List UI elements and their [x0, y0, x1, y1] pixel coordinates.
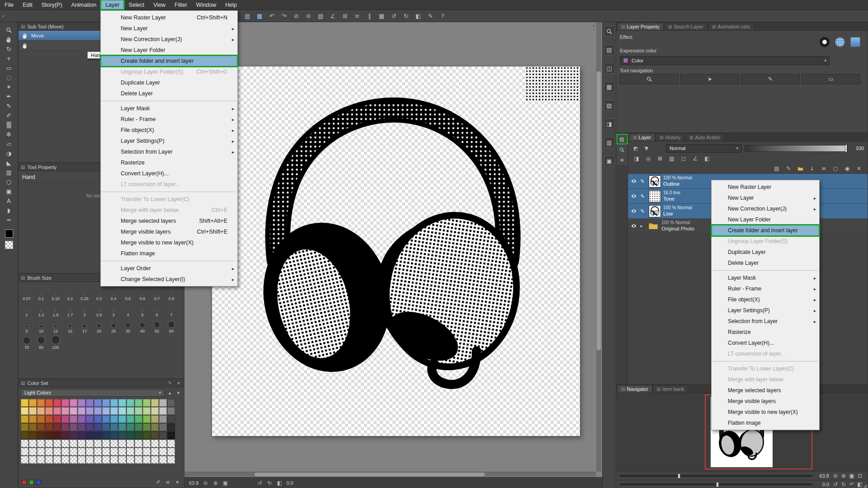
color-swatch-empty[interactable]: [53, 456, 61, 464]
mesh-transform-icon[interactable]: ⊞: [340, 11, 349, 20]
color-swatch-empty[interactable]: [143, 448, 151, 455]
color-swatch-empty[interactable]: [102, 456, 110, 464]
brush-size-option[interactable]: 40: [135, 318, 150, 334]
visibility-eye-icon[interactable]: [629, 178, 638, 184]
color-swatch[interactable]: [135, 415, 142, 423]
menu-item-file-object-x[interactable]: File object(X)▸: [712, 294, 819, 305]
menu-item-rasterize[interactable]: Rasterize: [101, 157, 237, 168]
opacity-slider[interactable]: [745, 145, 848, 152]
color-swatch-empty[interactable]: [151, 456, 159, 464]
menu-item-new-layer[interactable]: New Layer▸: [101, 23, 237, 34]
color-swatch-empty[interactable]: [94, 448, 102, 455]
redo-icon[interactable]: ↷: [279, 11, 288, 20]
menu-item-new-raster-layer[interactable]: New Raster Layer: [712, 182, 819, 192]
color-swatch[interactable]: [53, 423, 61, 431]
color-swatch-empty[interactable]: [110, 440, 118, 447]
move-tool-icon[interactable]: +: [3, 54, 15, 63]
brush-size-option[interactable]: 8: [19, 318, 34, 334]
tab-layer-property[interactable]: ▤Layer Property: [617, 23, 664, 30]
color-swatch[interactable]: [151, 399, 159, 407]
menu-item-new-layer[interactable]: New Layer▸: [712, 192, 819, 203]
expression-color-dropdown[interactable]: Color ▾: [620, 56, 830, 65]
line-correction-tool-icon[interactable]: ≈: [3, 216, 15, 224]
menu-item-layer-mask[interactable]: Layer Mask▸: [712, 272, 819, 283]
color-swatch[interactable]: [37, 407, 45, 415]
menu-item-flatten-image[interactable]: Flatten image: [712, 418, 819, 428]
color-swatch[interactable]: [78, 399, 85, 407]
blue-chip[interactable]: [36, 480, 41, 485]
color-swatch-empty[interactable]: [167, 440, 175, 447]
pen-pressure-icon[interactable]: ✎: [426, 11, 435, 20]
color-swatch[interactable]: [78, 415, 85, 423]
quick-access-panel-icon[interactable]: ▤: [604, 44, 615, 55]
navigator-zoom-slider[interactable]: [620, 475, 812, 477]
color-swatch-empty[interactable]: [61, 448, 69, 455]
blend-tool-icon[interactable]: ◑: [3, 149, 15, 158]
color-swatch[interactable]: [37, 399, 45, 407]
transfer-down-icon[interactable]: ↓: [807, 164, 817, 173]
color-swatch-empty[interactable]: [61, 440, 69, 447]
color-swatch-empty[interactable]: [143, 440, 151, 447]
color-swatch[interactable]: [135, 399, 142, 407]
color-set-prev-icon[interactable]: ▴: [166, 390, 173, 396]
color-swatch[interactable]: [127, 399, 134, 407]
color-swatch-empty[interactable]: [118, 448, 126, 455]
menubar-item-animation[interactable]: Animation: [67, 0, 101, 9]
menubar-item-file[interactable]: File: [0, 0, 18, 9]
tab-navigator[interactable]: ▤Navigator: [617, 385, 652, 393]
menu-item-merge-visible-layers[interactable]: Merge visible layersCtrl+Shift+E: [101, 226, 237, 237]
information-panel-icon[interactable]: ▧: [604, 100, 615, 111]
tab-history[interactable]: ▤History: [656, 133, 685, 141]
color-swatch-empty[interactable]: [135, 448, 142, 455]
color-swatch[interactable]: [110, 399, 118, 407]
color-swatch[interactable]: [110, 432, 118, 439]
color-swatch[interactable]: [37, 432, 45, 439]
fill-tool-icon[interactable]: ◣: [3, 159, 15, 167]
color-swatch[interactable]: [29, 432, 37, 439]
color-swatch[interactable]: [61, 423, 69, 431]
tool-nav-select-button[interactable]: ▭: [802, 74, 860, 84]
color-swatch[interactable]: [29, 407, 37, 415]
create-mask-icon[interactable]: ○: [830, 164, 840, 173]
rotate-left-icon[interactable]: ↺: [831, 481, 840, 488]
main-color-swatch[interactable]: [5, 230, 13, 238]
hand-tool-icon[interactable]: [3, 35, 15, 44]
color-swatch[interactable]: [135, 423, 142, 431]
color-swatch[interactable]: [167, 415, 175, 423]
gradient-tool-icon[interactable]: ▥: [3, 168, 15, 177]
menu-item-create-folder-and-insert-layer[interactable]: Create folder and insert layer: [712, 225, 819, 236]
color-swatch-empty[interactable]: [53, 448, 61, 455]
brush-size-option[interactable]: 17: [77, 318, 92, 334]
brush-size-option[interactable]: 0.4: [106, 286, 121, 302]
color-swatch[interactable]: [118, 399, 126, 407]
color-swatch-empty[interactable]: [78, 440, 85, 447]
color-swatch[interactable]: [86, 432, 94, 439]
menu-item-new-raster-layer[interactable]: New Raster LayerCtrl+Shift+N: [101, 12, 237, 23]
palette-dock-icon[interactable]: ▤: [617, 135, 627, 144]
color-swatch-empty[interactable]: [45, 448, 53, 455]
color-swatch-empty[interactable]: [86, 440, 94, 447]
menubar-item-edit[interactable]: Edit: [18, 0, 37, 9]
color-swatch[interactable]: [78, 432, 85, 439]
lock-transparent-icon[interactable]: ▨: [667, 155, 677, 163]
color-swatch[interactable]: [45, 407, 53, 415]
color-swatch-empty[interactable]: [167, 448, 175, 455]
color-swatch-empty[interactable]: [94, 456, 102, 464]
color-swatch[interactable]: [118, 407, 126, 415]
color-swatch-empty[interactable]: [29, 456, 37, 464]
brush-size-option[interactable]: 100: [48, 334, 63, 351]
panel-menu-icon[interactable]: ▤: [21, 24, 25, 29]
workspace-panel-icon[interactable]: ▥: [604, 137, 615, 148]
scrollbar-thumb[interactable]: [597, 71, 601, 350]
color-swatch-empty[interactable]: [151, 440, 159, 447]
color-mixer-icon[interactable]: ≡: [164, 479, 171, 485]
color-swatch[interactable]: [45, 399, 53, 407]
color-swatch[interactable]: [143, 407, 151, 415]
menu-item-new-layer-folder[interactable]: New Layer Folder: [712, 214, 819, 225]
airbrush-tool-icon[interactable]: ▒: [3, 121, 15, 129]
color-swatch[interactable]: [70, 415, 77, 423]
color-swatch[interactable]: [151, 407, 159, 415]
tab-item-bank[interactable]: ▤Item bank: [653, 385, 689, 393]
history-panel-icon[interactable]: ◨: [604, 118, 615, 129]
color-swatch[interactable]: [61, 432, 69, 439]
